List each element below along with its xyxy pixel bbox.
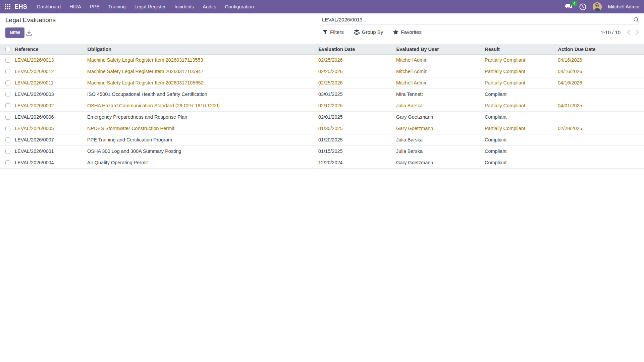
cell-reference[interactable]: LEVAL/2026/0005 — [15, 123, 87, 134]
cell-evaluated-by[interactable]: Mitchell Admin — [396, 77, 485, 88]
nav-item-configuration[interactable]: Configuration — [221, 0, 258, 13]
column-header-reference[interactable]: Reference — [15, 44, 87, 54]
cell-action-due-date[interactable] — [558, 111, 644, 123]
cell-evaluated-by[interactable]: Gary Goetzmann — [396, 123, 485, 134]
cell-result[interactable]: Partially Compliant — [485, 77, 558, 88]
activities-button[interactable] — [579, 3, 586, 10]
cell-evaluation-date[interactable]: 02/01/2025 — [318, 111, 396, 123]
column-header-action-due-date[interactable]: Action Due Date — [558, 44, 644, 54]
cell-action-due-date[interactable]: 04/16/2026 — [558, 66, 644, 77]
user-avatar[interactable] — [593, 2, 602, 11]
row-checkbox[interactable] — [5, 126, 10, 131]
column-header-evaluation-date[interactable]: Evaluation Date — [318, 44, 396, 54]
cell-evaluated-by[interactable]: Gary Goetzmann — [396, 111, 485, 123]
cell-obligation[interactable]: Air Quality Operating Permit — [87, 157, 318, 168]
cell-obligation[interactable]: NPDES Stormwater Construction Permit — [87, 123, 318, 134]
pager-next-button[interactable] — [635, 29, 640, 36]
cell-evaluated-by[interactable]: Mitchell Admin — [396, 66, 485, 77]
column-header-obligation[interactable]: Obligation — [87, 44, 318, 54]
cell-result[interactable]: Compliant — [485, 134, 558, 145]
favorites-button[interactable]: Favorites — [393, 28, 422, 36]
app-brand[interactable]: EHS — [14, 3, 27, 10]
cell-reference[interactable]: LEVAL/2026/0001 — [15, 145, 87, 157]
cell-reference[interactable]: LEVAL/2026/0013 — [15, 54, 87, 66]
new-button[interactable]: NEW — [5, 27, 24, 38]
cell-result[interactable]: Partially Compliant — [485, 54, 558, 66]
row-checkbox[interactable] — [5, 149, 10, 154]
cell-evaluation-date[interactable]: 01/30/2025 — [318, 123, 396, 134]
nav-item-dashboard[interactable]: Dashboard — [33, 0, 65, 13]
cell-reference[interactable]: LEVAL/2026/0002 — [15, 100, 87, 111]
cell-obligation[interactable]: Machine Safety Legal Register Item 20260… — [87, 77, 318, 88]
nav-item-ppe[interactable]: PPE — [86, 0, 104, 13]
cell-evaluation-date[interactable]: 02/25/2026 — [318, 66, 396, 77]
pager-previous-button[interactable] — [626, 29, 631, 36]
cell-obligation[interactable]: Machine Safety Legal Register Item 20260… — [87, 54, 318, 66]
cell-action-due-date[interactable] — [558, 134, 644, 145]
cell-result[interactable]: Compliant — [485, 157, 558, 168]
cell-obligation[interactable]: ISO 45001 Occupational Health and Safety… — [87, 88, 318, 100]
cell-result[interactable]: Compliant — [485, 88, 558, 100]
row-checkbox[interactable] — [5, 115, 10, 120]
cell-result[interactable]: Partially Compliant — [485, 123, 558, 134]
cell-evaluated-by[interactable]: Julia Barska — [396, 134, 485, 145]
cell-evaluated-by[interactable]: Mitchell Admin — [396, 54, 485, 66]
cell-action-due-date[interactable]: 04/01/2025 — [558, 100, 644, 111]
cell-evaluation-date[interactable]: 01/15/2025 — [318, 145, 396, 157]
cell-result[interactable]: Compliant — [485, 111, 558, 123]
group-by-button[interactable]: Group By — [354, 28, 383, 36]
cell-action-due-date[interactable]: 02/28/2025 — [558, 123, 644, 134]
cell-evaluated-by[interactable]: Mira Tennett — [396, 88, 485, 100]
cell-action-due-date[interactable] — [558, 157, 644, 168]
cell-reference[interactable]: LEVAL/2026/0007 — [15, 134, 87, 145]
cell-reference[interactable]: LEVAL/2026/0012 — [15, 66, 87, 77]
cell-result[interactable]: Partially Compliant — [485, 66, 558, 77]
cell-evaluated-by[interactable]: Gary Goetzmann — [396, 157, 485, 168]
row-checkbox[interactable] — [5, 92, 10, 97]
export-button[interactable] — [25, 29, 33, 37]
apps-grid-icon[interactable] — [5, 4, 11, 10]
nav-item-hira[interactable]: HIRA — [65, 0, 86, 13]
nav-item-training[interactable]: Training — [104, 0, 130, 13]
cell-obligation[interactable]: Machine Safety Legal Register Item 20260… — [87, 66, 318, 77]
cell-obligation[interactable]: PPE Training and Certification Program — [87, 134, 318, 145]
nav-item-legal-register[interactable]: Legal Register — [130, 0, 170, 13]
row-checkbox[interactable] — [5, 80, 10, 85]
row-checkbox[interactable] — [5, 69, 10, 74]
row-checkbox[interactable] — [5, 103, 10, 108]
select-all-checkbox[interactable] — [5, 47, 10, 52]
row-checkbox[interactable] — [5, 160, 10, 165]
cell-evaluation-date[interactable]: 02/25/2026 — [318, 54, 396, 66]
nav-item-audits[interactable]: Audits — [198, 0, 220, 13]
cell-obligation[interactable]: OSHA 300 Log and 300A Summary Posting — [87, 145, 318, 157]
cell-action-due-date[interactable] — [558, 145, 644, 157]
row-checkbox[interactable] — [5, 58, 10, 63]
cell-reference[interactable]: LEVAL/2026/0004 — [15, 157, 87, 168]
search-icon[interactable] — [633, 17, 639, 23]
cell-reference[interactable]: LEVAL/2026/0003 — [15, 88, 87, 100]
cell-evaluation-date[interactable]: 02/25/2026 — [318, 77, 396, 88]
messages-button[interactable]: 4 — [565, 4, 573, 10]
cell-result[interactable]: Partially Compliant — [485, 100, 558, 111]
cell-evaluated-by[interactable]: Julia Barska — [396, 145, 485, 157]
cell-result[interactable]: Compliant — [485, 145, 558, 157]
search-input[interactable] — [322, 17, 631, 22]
cell-action-due-date[interactable]: 04/16/2026 — [558, 77, 644, 88]
column-header-result[interactable]: Result — [485, 44, 558, 54]
cell-evaluation-date[interactable]: 02/10/2025 — [318, 100, 396, 111]
cell-action-due-date[interactable]: 04/16/2026 — [558, 54, 644, 66]
cell-evaluation-date[interactable]: 03/01/2025 — [318, 88, 396, 100]
row-checkbox[interactable] — [5, 137, 10, 142]
cell-reference[interactable]: LEVAL/2026/0006 — [15, 111, 87, 123]
nav-item-incidents[interactable]: Incidents — [170, 0, 198, 13]
filters-button[interactable]: Filters — [323, 28, 344, 36]
cell-evaluation-date[interactable]: 01/20/2025 — [318, 134, 396, 145]
cell-evaluated-by[interactable]: Julia Barska — [396, 100, 485, 111]
cell-action-due-date[interactable] — [558, 88, 644, 100]
cell-obligation[interactable]: OSHA Hazard Communication Standard (29 C… — [87, 100, 318, 111]
cell-reference[interactable]: LEVAL/2026/0011 — [15, 77, 87, 88]
cell-obligation[interactable]: Emergency Preparedness and Response Plan — [87, 111, 318, 123]
column-header-evaluated-by-user[interactable]: Evaluated By User — [396, 44, 485, 54]
cell-evaluation-date[interactable]: 12/20/2024 — [318, 157, 396, 168]
user-name[interactable]: Mitchell Admin — [608, 4, 639, 9]
